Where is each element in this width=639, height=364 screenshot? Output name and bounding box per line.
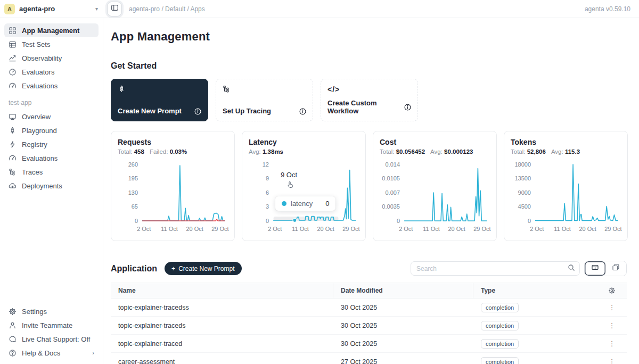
sidebar-item-settings[interactable]: Settings [4, 304, 99, 318]
table-settings-gear-icon[interactable] [608, 287, 616, 294]
svg-text:0.0035: 0.0035 [382, 203, 400, 210]
column-header-name[interactable]: Name [111, 283, 333, 298]
table-row[interactable]: topic-explainer-traceds30 Oct 2025comple… [111, 317, 627, 335]
chat-icon [9, 335, 17, 343]
svg-text:9: 9 [266, 175, 269, 181]
cost-chart[interactable]: 0.0140.01050.0070.003502 Oct11 Oct20 Oct… [380, 158, 491, 238]
sidebar-item-help-docs[interactable]: Help & Docs› [4, 346, 99, 360]
sidebar-item-invite-teammate[interactable]: Invite Teammate [4, 318, 99, 332]
create-new-prompt-button[interactable]: + Create New Prompt [165, 262, 241, 275]
sidebar-item-registry[interactable]: Registry [4, 137, 99, 151]
sidebar-item-label: App Management [22, 27, 79, 35]
chart-title: Tokens [511, 138, 621, 146]
row-actions-ellipsis-icon[interactable]: ⋮ [605, 357, 619, 364]
search-input[interactable] [416, 265, 568, 272]
svg-text:6: 6 [266, 189, 269, 196]
metrics-charts: RequestsTotal: 458Failed: 0.03%260195130… [111, 131, 627, 241]
table-row[interactable]: topic-explainer-tracedss30 Oct 2025compl… [111, 299, 627, 317]
svg-text:2 Oct: 2 Oct [399, 226, 413, 232]
sidebar-item-overview[interactable]: Overview [4, 110, 99, 123]
series-dot-icon [282, 201, 286, 206]
search-box [411, 261, 580, 276]
get-started-card-create-custom-workflow[interactable]: </>Create Custom Workflow [321, 79, 418, 121]
sidebar-item-label: Live Chat Support: Off [22, 335, 90, 343]
card-view-button[interactable] [605, 261, 626, 276]
svg-text:0.007: 0.007 [385, 189, 400, 196]
table-view-button[interactable] [585, 261, 605, 276]
info-icon[interactable] [404, 103, 411, 111]
monitor-icon [9, 113, 17, 121]
sidebar-item-test-sets[interactable]: Test Sets [4, 37, 99, 51]
get-started-card-set-up-tracing[interactable]: Set Up Tracing [216, 79, 313, 121]
sidebar-item-evaluations[interactable]: Evaluations [4, 79, 99, 93]
app-version: agenta v0.59.10 [585, 5, 630, 13]
card-view-icon [612, 263, 620, 274]
tokens-chart[interactable]: 18000135009000450002 Oct11 Oct20 Oct29 O… [511, 158, 622, 238]
svg-text:4500: 4500 [518, 203, 531, 210]
sidebar-item-traces[interactable]: Traces [4, 165, 99, 179]
workspace-switcher[interactable]: A agenta-pro ▾ [0, 4, 103, 14]
sidebar-item-deployments[interactable]: Deployments [4, 179, 99, 193]
table-row[interactable]: topic-explainer-traced30 Oct 2025complet… [111, 335, 627, 353]
sidebar-item-live-chat-support-off[interactable]: Live Chat Support: Off [4, 332, 99, 346]
row-actions-ellipsis-icon[interactable]: ⋮ [605, 302, 619, 312]
sidebar-toggle-button[interactable] [108, 2, 121, 16]
svg-text:20 Oct: 20 Oct [317, 226, 334, 232]
svg-text:0.0105: 0.0105 [382, 175, 400, 181]
sidebar-item-label: Overview [22, 113, 51, 121]
sidebar-item-label: Playground [22, 127, 57, 135]
row-actions-ellipsis-icon[interactable]: ⋮ [605, 338, 619, 349]
chart-stats: Avg: 1.38ms [249, 148, 359, 155]
rocket-icon [118, 85, 127, 95]
column-header-type[interactable]: Type [473, 287, 597, 294]
stat-label: Avg: [551, 148, 563, 155]
svg-text:9000: 9000 [518, 189, 531, 196]
row-name: topic-explainer-traceds [111, 322, 333, 329]
sidebar-item-label: Evaluators [22, 68, 54, 76]
svg-text:29 Oct: 29 Oct [342, 226, 359, 232]
svg-text:11 Oct: 11 Oct [423, 226, 440, 232]
workspace-avatar: A [4, 4, 15, 14]
info-icon[interactable] [194, 107, 201, 115]
workspace-name: agenta-pro [19, 5, 95, 13]
sidebar-item-label: Invite Teammate [22, 321, 72, 329]
chart-title: Requests [118, 138, 228, 146]
svg-text:195: 195 [128, 175, 138, 181]
column-header-date[interactable]: Date Modified [333, 283, 473, 298]
breadcrumb[interactable]: agenta-pro / Default / Apps [129, 5, 585, 13]
row-actions-ellipsis-icon[interactable]: ⋮ [605, 320, 619, 330]
chart-title: Latency [249, 138, 359, 146]
requests-chart[interactable]: 2601951306502 Oct11 Oct20 Oct29 Oct [118, 158, 229, 238]
get-started-card-create-new-prompt[interactable]: Create New Prompt [111, 79, 208, 121]
svg-text:29 Oct: 29 Oct [211, 226, 228, 232]
table-row[interactable]: career-assessment27 Oct 2025completion⋮ [111, 353, 627, 364]
stat-value: 0.03% [170, 148, 187, 155]
stat-label: Failed: [150, 148, 168, 155]
row-type: completion [473, 303, 597, 312]
svg-text:11 Oct: 11 Oct [292, 226, 309, 232]
cloud-icon [9, 182, 17, 190]
sidebar-item-evaluations[interactable]: Evaluations [4, 151, 99, 165]
sidebar-item-playground[interactable]: Playground [4, 123, 99, 137]
testsets-icon [9, 40, 17, 48]
grid-icon [9, 27, 17, 35]
gear-icon [9, 308, 17, 316]
tree-icon [9, 168, 17, 176]
info-icon[interactable] [299, 107, 306, 115]
sidebar-item-label: Traces [22, 168, 43, 176]
svg-text:260: 260 [128, 161, 138, 168]
row-type: completion [473, 339, 597, 349]
svg-text:0: 0 [397, 218, 400, 224]
sidebar-item-label: Evaluations [22, 82, 58, 90]
plus-icon: + [171, 265, 175, 272]
type-badge: completion [481, 303, 519, 312]
stat-value: 1.38ms [263, 148, 283, 155]
tree-icon [223, 85, 232, 95]
sidebar-item-evaluators[interactable]: Evaluators [4, 65, 99, 79]
sidebar-item-app-management[interactable]: App Management [4, 23, 99, 37]
tooltip-date: 9 Oct [281, 171, 297, 179]
table-view-icon [591, 263, 599, 274]
card-label: Create Custom Workflow [327, 99, 404, 115]
sidebar-item-observability[interactable]: Observability [4, 51, 99, 65]
speedometer-icon [9, 82, 17, 90]
